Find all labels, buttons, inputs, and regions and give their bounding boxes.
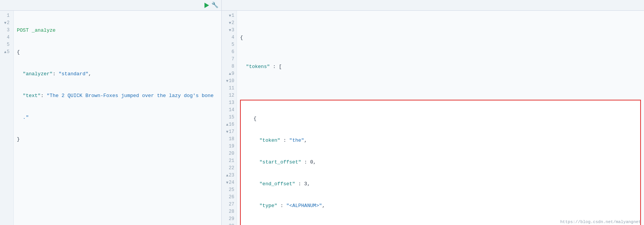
line-num-5b: ▲5 [2,49,12,56]
r-line-16: ▲16 [222,121,237,128]
left-line-5b: } [17,136,218,143]
left-code-content[interactable]: POST _analyze { "analyzer": "standard", … [14,11,221,225]
r-line-24: ▼24 [222,179,237,186]
right-code-content[interactable]: { "tokens" : [ { "token" : "the", "start… [237,11,644,225]
r-line-20: 20 [222,150,237,157]
r-code-5: "start_offset" : 0, [242,159,639,166]
r-line-26: 26 [222,194,237,201]
left-code-area: 1 ▼2 3 4 5 ▲5 POST _analyze { "analyzer"… [0,11,221,225]
r-line-25: 25 [222,186,237,194]
r-line-9: ▲9 [222,70,237,78]
left-line-3-key: "analyzer" [17,70,53,78]
left-line-2-text: { [17,49,20,56]
run-button[interactable] [204,3,209,8]
r-line-19: 19 [222,143,237,150]
settings-icon[interactable]: 🔧 [211,2,218,9]
left-editor-pane: 🔧 1 ▼2 3 4 5 ▲5 POST _analyze { "analyze… [0,0,222,225]
right-toolbar [222,0,644,11]
r-code-7: "type" : "<ALPHANUM>", [242,202,639,209]
r-line-12: 12 [222,92,237,99]
line-num-3: 3 [2,27,12,34]
right-editor-pane: ▼1 ▼2 ▼3 4 5 6 7 8 ▲9 ▼10 11 12 13 14 15… [222,0,644,225]
r-line-29: 29 [222,215,237,223]
r-line-23: ▲23 [222,172,237,179]
r-line-7: 7 [222,56,237,63]
r-line-17: ▼17 [222,128,237,136]
r-code-1: { [240,34,641,41]
line-num-2: ▼2 [2,19,12,27]
left-line-4: "text": "The 2 QUICK Brown-Foxes jumped … [17,92,218,99]
left-line-4-key: "text" [17,92,41,99]
r-line-1: ▼1 [222,12,237,19]
r-line-18: 18 [222,136,237,143]
r-code-3: { [242,115,639,122]
r-line-4: 4 [222,34,237,41]
right-code-area: ▼1 ▼2 ▼3 4 5 6 7 8 ▲9 ▼10 11 12 13 14 15… [222,11,644,225]
r-line-6: 6 [222,49,237,56]
r-line-22: 22 [222,165,237,172]
left-line-4-val: "The 2 QUICK Brown-Foxes jumped over the… [47,92,214,99]
right-line-numbers: ▼1 ▼2 ▼3 4 5 6 7 8 ▲9 ▼10 11 12 13 14 15… [222,11,237,225]
left-line-numbers: 1 ▼2 3 4 5 ▲5 [0,11,14,225]
line-num-5a: 5 [2,41,12,49]
left-line-2: { [17,49,218,56]
left-toolbar: 🔧 [0,0,221,11]
left-line-5a-text: ." [17,114,29,121]
left-line-3-val: "standard" [58,70,88,78]
left-line-5b-text: } [17,136,20,143]
r-line-2: ▼2 [222,19,237,27]
r-line-8: 8 [222,63,237,70]
r-line-21: 21 [222,157,237,165]
left-line-3: "analyzer": "standard", [17,70,218,78]
token-box-1: { "token" : "the", "start_offset" : 0, "… [240,100,641,225]
r-code-4: "token" : "the", [242,137,639,144]
r-line-27: 27 [222,201,237,208]
line-num-1: 1 [2,12,12,19]
r-line-14: 14 [222,107,237,114]
left-line-5a: ." [17,114,218,121]
r-line-5: 5 [222,41,237,49]
r-line-3: ▼3 [222,27,237,34]
r-line-10: ▼10 [222,78,237,85]
line-num-4: 4 [2,34,12,41]
r-line-11: 11 [222,85,237,92]
r-line-30: ▲30 [222,223,237,225]
r-code-6: "end_offset" : 3, [242,180,639,188]
left-line-1-text: POST _analyze [17,27,55,34]
footer-url: https://blog.csdn.net/malyangnet [560,220,641,224]
r-code-2: "tokens" : [ [240,63,641,70]
r-line-13: 13 [222,99,237,107]
r-line-28: 28 [222,208,237,215]
left-line-1: POST _analyze [17,27,218,34]
r-line-15: 15 [222,114,237,121]
